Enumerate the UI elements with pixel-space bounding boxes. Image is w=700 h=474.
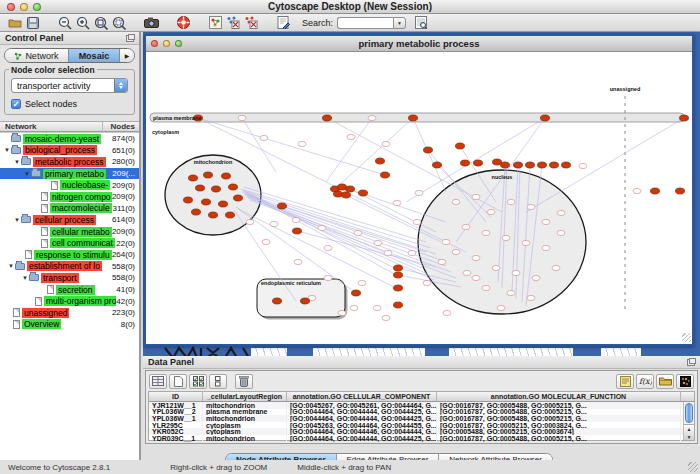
disclosure-triangle-icon[interactable]: ▼: [23, 171, 31, 177]
tree-row[interactable]: nitrogen compo209(0): [0, 191, 139, 203]
network-view-titlebar[interactable]: primary metabolic process: [146, 36, 692, 52]
data-panel: Data Panel f(x): [143, 356, 700, 460]
notes-button[interactable]: [616, 374, 634, 389]
table-column-header[interactable]: annotation.GO MOLECULAR_FUNCTION: [437, 392, 681, 401]
help-button[interactable]: [174, 15, 192, 31]
tree-column-nodes[interactable]: Nodes: [103, 122, 139, 131]
scrollbar-arrows[interactable]: ▲▼: [684, 424, 694, 440]
folder-icon: [21, 216, 31, 223]
attribute-table-body: YJR121W__1mitochondrion[GO:0045267, GO:0…: [149, 402, 694, 442]
file-icon: [41, 192, 48, 201]
folder-icon: [15, 263, 25, 270]
table-column-header[interactable]: _cellularLayoutRegion: [203, 392, 287, 401]
dropdown-stepper-icon: [114, 79, 127, 92]
node-color-selection-group: Node color selection transporter activit…: [4, 69, 135, 115]
tree-row[interactable]: ▼establishment of lo558(0): [0, 261, 139, 273]
attribute-table-button[interactable]: [149, 374, 167, 389]
tree-row[interactable]: nucleobase-209(0): [0, 179, 139, 191]
tree-row[interactable]: ▼primary metabo209(...: [0, 168, 139, 180]
attribute-table-header[interactable]: ID_cellularLayoutRegionannotation.GO CEL…: [149, 392, 694, 402]
network-graph[interactable]: plasma membranecytoplasmmitochondrionnuc…: [146, 52, 692, 343]
tab-mosaic[interactable]: Mosaic: [69, 49, 120, 62]
tree-row[interactable]: cell communicat22(0): [0, 237, 139, 249]
tree-node-count: 614(0): [112, 215, 139, 224]
search-input[interactable]: [337, 17, 393, 29]
tree-node-label: biological_process: [23, 145, 97, 155]
zoom-out-icon: [58, 16, 72, 30]
tree-node-label: macromolecule: [50, 203, 112, 213]
search-label: Search:: [302, 18, 333, 28]
zoom-fit-button[interactable]: [92, 15, 110, 31]
tree-node-count: 311(0): [112, 204, 139, 213]
tree-column-network[interactable]: Network: [0, 122, 103, 131]
data-panel-title: Data Panel: [148, 357, 687, 367]
table-scrollbar[interactable]: ▲▼: [683, 402, 694, 440]
new-attribute-button[interactable]: [169, 374, 187, 389]
table-row[interactable]: YDR039C__1mitochondrion[GO:0044464, GO:0…: [149, 435, 694, 442]
tree-row[interactable]: ▼cellular process614(0): [0, 214, 139, 226]
scrollbar-thumb[interactable]: [685, 403, 693, 423]
file-icon: [25, 250, 32, 259]
float-panel-icon[interactable]: [687, 359, 695, 366]
unselect-attributes-icon: [215, 376, 221, 387]
network-desktop: primary metabolic process plasma membran…: [143, 32, 700, 460]
tree-row[interactable]: secretion41(0): [0, 284, 139, 296]
table-column-header[interactable]: ID: [149, 392, 203, 401]
tree-row[interactable]: response to stimulu264(0): [0, 249, 139, 261]
disclosure-triangle-icon[interactable]: ▼: [13, 217, 21, 223]
open-session-button[interactable]: [6, 15, 24, 31]
select-nodes-label: Select nodes: [25, 99, 77, 109]
annotation-button[interactable]: [274, 15, 292, 31]
tab-overflow-button[interactable]: ▶: [120, 49, 134, 62]
snapshot-button[interactable]: [142, 15, 160, 31]
tree-node-count: 209(0): [112, 181, 139, 190]
select-nodes-checkbox[interactable]: ✓: [11, 99, 21, 109]
delete-attribute-button[interactable]: [235, 374, 253, 389]
save-session-button[interactable]: [24, 15, 42, 31]
frame-resize-grip[interactable]: [682, 333, 691, 342]
network-canvas[interactable]: plasma membranecytoplasmmitochondrionnuc…: [146, 52, 692, 343]
window-resize-grip[interactable]: [688, 462, 698, 472]
layout-blue-button[interactable]: [224, 15, 242, 31]
main-toolbar: Search: ▼: [0, 14, 700, 32]
tree-node-count: 558(0): [112, 262, 139, 271]
import-attributes-button[interactable]: [656, 374, 674, 389]
search-dropdown-button[interactable]: ▼: [393, 17, 406, 29]
formula-button[interactable]: f(x): [636, 374, 654, 389]
node-color-dropdown[interactable]: transporter activity: [11, 78, 128, 93]
tree-row[interactable]: Overview8(0): [0, 319, 139, 331]
network-overview-button[interactable]: [206, 15, 224, 31]
tree-row[interactable]: ▼transport558(0): [0, 272, 139, 284]
disclosure-triangle-icon[interactable]: ▼: [13, 159, 21, 165]
tree-node-label: secretion: [56, 285, 95, 295]
tree-row[interactable]: multi-organism pro42(0): [0, 295, 139, 307]
layout-red-button[interactable]: [242, 15, 260, 31]
tree-node-count: 209(0): [112, 192, 139, 201]
tree-row[interactable]: macromolecule311(0): [0, 203, 139, 215]
zoom-out-button[interactable]: [56, 15, 74, 31]
zoom-in-icon: [76, 16, 90, 30]
table-column-header[interactable]: annotation.GO CELLULAR_COMPONENT: [287, 392, 437, 401]
tree-node-count: 8(0): [121, 320, 139, 329]
tree-row[interactable]: unassigned223(0): [0, 307, 139, 319]
float-panel-icon[interactable]: [126, 35, 134, 42]
tab-mosaic-label: Mosaic: [79, 51, 110, 61]
attribute-search-button[interactable]: [412, 15, 430, 31]
disclosure-triangle-icon[interactable]: ▼: [7, 263, 15, 269]
tree-row[interactable]: ▼metabolic process280(0): [0, 156, 139, 168]
select-attributes-button[interactable]: [189, 374, 207, 389]
matrix-button[interactable]: [676, 374, 694, 389]
zoom-in-button[interactable]: [74, 15, 92, 31]
disclosure-triangle-icon[interactable]: ▼: [21, 275, 29, 281]
tab-network[interactable]: Network: [5, 49, 69, 62]
tree-row[interactable]: cellular metabo209(0): [0, 226, 139, 238]
zoom-selected-button[interactable]: [110, 15, 128, 31]
file-icon: [51, 181, 58, 190]
tree-row[interactable]: ▼biological_process651(0): [0, 145, 139, 157]
attribute-search-icon: [415, 16, 427, 29]
tree-row[interactable]: mosaic-demo-yeast874(0): [0, 133, 139, 145]
chevron-right-icon: ▶: [125, 52, 130, 59]
annotation-icon: [277, 16, 290, 29]
unselect-attributes-button[interactable]: [209, 374, 227, 389]
disclosure-triangle-icon[interactable]: ▼: [3, 147, 11, 153]
